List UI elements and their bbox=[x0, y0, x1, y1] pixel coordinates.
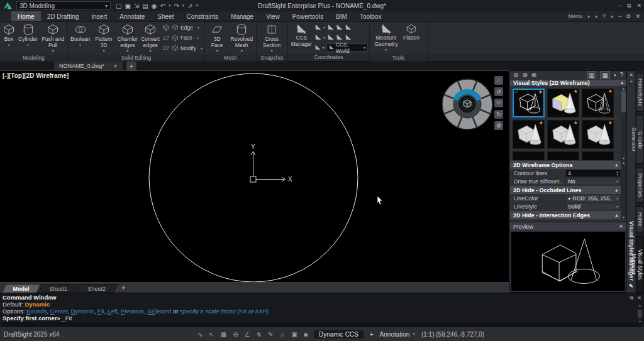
style-thumbnail-more-2[interactable] bbox=[547, 151, 579, 160]
sheet-tab-sheet1[interactable]: Sheet1 bbox=[38, 284, 79, 293]
new-file-icon[interactable]: ▢ bbox=[116, 3, 121, 9]
panel-options-dropdown-icon[interactable]: ▾ bbox=[614, 73, 616, 78]
style-thumbnail-more-3[interactable] bbox=[582, 151, 614, 160]
command-option-link[interactable]: SElected bbox=[147, 308, 171, 315]
document-tab[interactable]: NONAME_0.dwg* ✕ bbox=[54, 62, 123, 70]
properties-scrollbar[interactable]: ▴ ▾ bbox=[621, 160, 626, 219]
collapse-icon[interactable]: ▴ bbox=[615, 163, 618, 168]
scroll-up-icon[interactable]: ▴ bbox=[623, 86, 625, 90]
ribbon-collapse-icon[interactable]: ▾ bbox=[595, 14, 597, 19]
rotate-ccw-button[interactable]: ↺ bbox=[494, 87, 503, 96]
tab-insert[interactable]: Insert bbox=[85, 11, 113, 21]
shell-solid-icon[interactable] bbox=[162, 34, 170, 41]
menu-dropdown-icon[interactable]: ▾ bbox=[587, 14, 590, 19]
box-button[interactable]: Box ▾ bbox=[1, 23, 16, 49]
style-thumbnail-hidden[interactable]: ★ bbox=[582, 89, 614, 117]
ccs-world-icon[interactable] bbox=[327, 34, 334, 41]
pattern-3d-dropdown-icon[interactable]: ▾ bbox=[103, 48, 104, 55]
tab-toolbox[interactable]: Toolbox bbox=[353, 11, 387, 21]
ccs-x-icon[interactable] bbox=[336, 34, 343, 41]
revolved-mesh-dropdown-icon[interactable]: ▾ bbox=[241, 48, 243, 55]
measure-dropdown-icon[interactable]: ▾ bbox=[385, 47, 387, 53]
collapse-icon[interactable]: ▴ bbox=[615, 213, 618, 218]
visual-styles-header[interactable]: Visual Styles (2D Wireframe) ▴ bbox=[510, 80, 626, 86]
cylinder-dropdown-icon[interactable]: ▾ bbox=[27, 43, 29, 49]
tab-sheet[interactable]: Sheet bbox=[151, 11, 180, 21]
style-thumbnail-flat[interactable]: ★ bbox=[547, 89, 579, 117]
sidebar-tab-properties[interactable]: Properties bbox=[636, 168, 644, 203]
tab-bim[interactable]: BIM bbox=[330, 11, 353, 21]
tab-home[interactable]: Home bbox=[11, 11, 41, 21]
modify-button[interactable]: Modify ▾ bbox=[172, 45, 203, 51]
wheel-cube-icon[interactable] bbox=[464, 100, 471, 107]
default-option-value[interactable]: Dynamic bbox=[25, 301, 50, 308]
help-button[interactable]: ? bbox=[602, 13, 606, 19]
command-input[interactable] bbox=[3, 322, 641, 327]
help-dropdown-icon[interactable]: ▾ bbox=[611, 14, 613, 19]
3d-face-button[interactable]: 3D Face ▾ bbox=[206, 23, 228, 55]
snap-icon[interactable]: ∿ bbox=[197, 331, 203, 338]
pointer-select-icon[interactable]: ↖ bbox=[209, 331, 214, 338]
ccs-origin-icon[interactable] bbox=[327, 24, 334, 31]
push-pull-dropdown-icon[interactable]: ▾ bbox=[52, 48, 54, 55]
redo-dropdown-icon[interactable]: ▾ bbox=[182, 3, 185, 8]
style-thumbnail-2d-wireframe[interactable]: ✓ ★ bbox=[513, 89, 545, 117]
new-style-icon[interactable]: ⊕ bbox=[513, 72, 518, 78]
panel-close-icon[interactable]: ✕ bbox=[629, 72, 633, 78]
spinner-icons[interactable]: ▴▾ bbox=[616, 170, 618, 176]
preview-close-icon[interactable]: ✕ bbox=[619, 224, 623, 229]
edge-button[interactable]: Edge ▾ bbox=[172, 24, 203, 31]
workspace-selector[interactable]: 3D Modeling ▾ bbox=[16, 1, 111, 10]
save-as-icon[interactable]: ⇲ bbox=[134, 3, 139, 9]
document-close-icon[interactable]: ✕ bbox=[113, 63, 118, 69]
thumbnail-scrollbar[interactable]: ▴ ▾ bbox=[621, 86, 626, 160]
scroll-down-icon[interactable]: ▾ bbox=[639, 318, 641, 325]
etrack-icon[interactable]: ✎ bbox=[268, 331, 273, 338]
apply-to-viewport-icon[interactable]: ▥ bbox=[587, 71, 596, 79]
scroll-up-icon[interactable]: ▴ bbox=[639, 302, 641, 309]
contour-lines-input[interactable]: 4 ▴▾ bbox=[565, 170, 621, 177]
scrollbar-thumb[interactable] bbox=[638, 310, 642, 318]
web-icon[interactable]: ◉ bbox=[152, 3, 157, 9]
tab-view[interactable]: View bbox=[260, 11, 286, 21]
chamfer-edges-button[interactable]: Chamfer edges ▾ bbox=[116, 23, 140, 55]
doc-minimize-button[interactable]: – bbox=[618, 13, 621, 19]
face-dropdown-icon[interactable]: ▾ bbox=[197, 36, 199, 40]
chamfer-dropdown-icon[interactable]: ▾ bbox=[126, 48, 128, 55]
apply-style-icon[interactable]: ⊕ bbox=[522, 72, 527, 78]
boolean-dropdown-icon[interactable]: ▾ bbox=[79, 43, 81, 49]
ccs-named-icon[interactable] bbox=[314, 44, 321, 51]
ccs-previous-icon[interactable] bbox=[345, 24, 352, 31]
box-dropdown-icon[interactable]: ▾ bbox=[8, 43, 9, 49]
add-sheet-button[interactable]: + bbox=[121, 284, 125, 291]
doc-close-button[interactable]: ✕ bbox=[635, 13, 640, 19]
menu-button[interactable]: Menu bbox=[568, 13, 582, 19]
navigation-wheel[interactable] bbox=[439, 76, 496, 133]
panel-options-icon[interactable]: ▦ bbox=[600, 71, 609, 79]
annotation-scale-selector[interactable]: Annotation ▾ bbox=[380, 331, 415, 338]
ccs-view-icon[interactable] bbox=[314, 34, 321, 41]
command-scrollbar[interactable]: ▴ ▾ bbox=[637, 302, 643, 325]
tab-powertools[interactable]: Powertools bbox=[286, 11, 330, 21]
command-option-link[interactable]: Dynamic bbox=[71, 308, 94, 315]
command-option-link[interactable]: Bounds bbox=[26, 308, 47, 315]
scroll-up-icon[interactable]: ▴ bbox=[623, 160, 625, 165]
intersection-edges-header[interactable]: 2D Hide - Intersection Edges ▴ bbox=[510, 211, 621, 219]
rotate-cw-button[interactable]: ↻ bbox=[494, 110, 503, 119]
flatten-button[interactable]: Flatten bbox=[402, 23, 421, 42]
sidebar-tab-gcode-generator[interactable]: G-code Generator bbox=[636, 116, 644, 163]
scroll-down-icon[interactable]: ▾ bbox=[623, 156, 625, 160]
command-option-link[interactable]: Fit bbox=[97, 308, 104, 315]
scrollbar-thumb[interactable] bbox=[621, 91, 626, 112]
panel-pin-icon[interactable]: + bbox=[630, 78, 633, 85]
tab-2d-drafting[interactable]: 2D Drafting bbox=[41, 11, 86, 21]
command-option-link[interactable]: Previous bbox=[121, 308, 144, 315]
ccs-dropdown-icon[interactable]: ▾ bbox=[323, 25, 325, 30]
tab-manage[interactable]: Manage bbox=[225, 11, 260, 21]
redo-icon[interactable]: ↷ bbox=[174, 3, 179, 9]
ccs-icon[interactable] bbox=[314, 24, 321, 31]
convert-dropdown-icon[interactable]: ▾ bbox=[150, 48, 152, 55]
boolean-button[interactable]: Boolean ▾ bbox=[69, 23, 91, 49]
collapse-icon[interactable]: ▴ bbox=[621, 80, 623, 85]
edge-dropdown-icon[interactable]: ▾ bbox=[197, 25, 199, 30]
